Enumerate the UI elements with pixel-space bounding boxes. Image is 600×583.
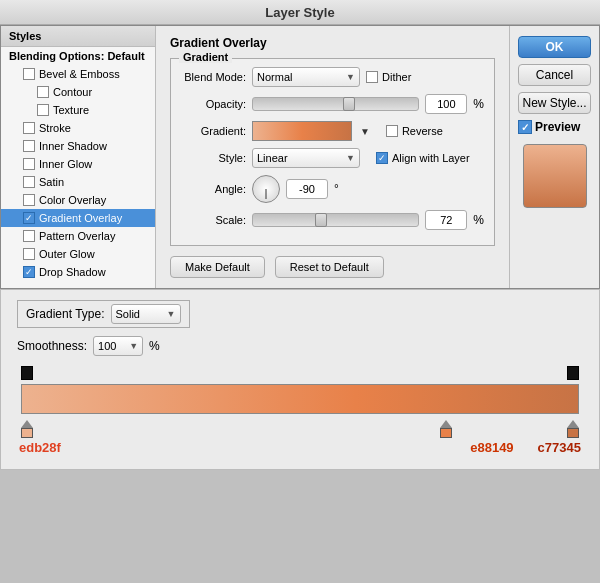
sidebar-item-color-overlay[interactable]: Color Overlay xyxy=(1,191,155,209)
scale-input[interactable]: 72 xyxy=(425,210,467,230)
outer-glow-checkbox[interactable] xyxy=(23,248,35,260)
sidebar-item-gradient-overlay[interactable]: Gradient Overlay xyxy=(1,209,155,227)
sidebar-item-drop-shadow[interactable]: Drop Shadow xyxy=(1,263,155,281)
angle-row: Angle: -90 ° xyxy=(181,175,484,203)
opacity-label: Opacity: xyxy=(181,98,246,110)
sidebar-item-pattern-overlay[interactable]: Pattern Overlay xyxy=(1,227,155,245)
color-stop-1[interactable] xyxy=(21,420,33,438)
satin-checkbox[interactable] xyxy=(23,176,35,188)
sidebar: Styles Blending Options: Default Bevel &… xyxy=(1,26,156,288)
ok-button[interactable]: OK xyxy=(518,36,591,58)
reset-to-default-button[interactable]: Reset to Default xyxy=(275,256,384,278)
align-with-layer-checkbox[interactable] xyxy=(376,152,388,164)
stroke-checkbox[interactable] xyxy=(23,122,35,134)
color-stop-3[interactable] xyxy=(567,420,579,438)
gradient-type-arrow: ▼ xyxy=(167,309,176,319)
angle-dial-line xyxy=(266,189,267,199)
style-select[interactable]: Linear ▼ xyxy=(252,148,360,168)
dither-checkbox[interactable] xyxy=(366,71,378,83)
satin-label: Satin xyxy=(39,176,64,188)
sidebar-item-blending-options[interactable]: Blending Options: Default xyxy=(1,47,155,65)
pattern-overlay-checkbox[interactable] xyxy=(23,230,35,242)
gradient-editor: Gradient Type: Solid ▼ Smoothness: 100 ▼… xyxy=(0,289,600,470)
gradient-overlay-label: Gradient Overlay xyxy=(39,212,122,224)
sidebar-item-outer-glow[interactable]: Outer Glow xyxy=(1,245,155,263)
gradient-group: Gradient Blend Mode: Normal ▼ Dither Opa… xyxy=(170,58,495,246)
opacity-input[interactable]: 100 xyxy=(425,94,467,114)
color-stops-row xyxy=(21,416,579,436)
gradient-bar-container xyxy=(21,366,579,436)
scale-slider[interactable] xyxy=(252,213,419,227)
gradient-swatch-arrow: ▼ xyxy=(360,126,370,137)
color-overlay-checkbox[interactable] xyxy=(23,194,35,206)
color-label-1: edb28f xyxy=(19,440,61,455)
gradient-overlay-checkbox[interactable] xyxy=(23,212,35,224)
reverse-checkbox[interactable] xyxy=(386,125,398,137)
opacity-thumb[interactable] xyxy=(343,97,355,111)
color-overlay-label: Color Overlay xyxy=(39,194,106,206)
preview-box xyxy=(523,144,587,208)
scale-unit: % xyxy=(473,213,484,227)
color-labels-right: e88149 c77345 xyxy=(470,440,581,455)
opacity-stop-right[interactable] xyxy=(567,366,579,380)
sidebar-item-texture[interactable]: Texture xyxy=(1,101,155,119)
opacity-unit: % xyxy=(473,97,484,111)
blend-mode-select[interactable]: Normal ▼ xyxy=(252,67,360,87)
bevel-emboss-checkbox[interactable] xyxy=(23,68,35,80)
cancel-button[interactable]: Cancel xyxy=(518,64,591,86)
gradient-row: Gradient: ▼ Reverse xyxy=(181,121,484,141)
sidebar-item-inner-glow[interactable]: Inner Glow xyxy=(1,155,155,173)
gradient-bar[interactable] xyxy=(21,384,579,414)
color-label-3: c77345 xyxy=(538,440,581,455)
right-panel: OK Cancel New Style... Preview xyxy=(509,26,599,288)
dither-label: Dither xyxy=(382,71,411,83)
opacity-stop-left[interactable] xyxy=(21,366,33,380)
buttons-row: Make Default Reset to Default xyxy=(170,256,495,278)
gradient-type-value: Solid xyxy=(116,308,140,320)
angle-label: Angle: xyxy=(181,183,246,195)
preview-toggle[interactable]: Preview xyxy=(518,120,591,134)
preview-checkbox-box[interactable] xyxy=(518,120,532,134)
inner-shadow-checkbox[interactable] xyxy=(23,140,35,152)
color-label-2: e88149 xyxy=(470,440,513,455)
align-with-layer-label: Align with Layer xyxy=(392,152,470,164)
group-title: Gradient xyxy=(179,51,232,63)
opacity-slider[interactable] xyxy=(252,97,419,111)
reverse-label: Reverse xyxy=(402,125,443,137)
bevel-emboss-label: Bevel & Emboss xyxy=(39,68,120,80)
drop-shadow-label: Drop Shadow xyxy=(39,266,106,278)
gradient-type-select[interactable]: Solid ▼ xyxy=(111,304,181,324)
inner-glow-checkbox[interactable] xyxy=(23,158,35,170)
angle-dial[interactable] xyxy=(252,175,280,203)
color-stop-2[interactable] xyxy=(440,420,452,438)
new-style-button[interactable]: New Style... xyxy=(518,92,591,114)
texture-checkbox[interactable] xyxy=(37,104,49,116)
blending-options-label: Blending Options: Default xyxy=(9,50,145,62)
smoothness-unit: % xyxy=(149,339,160,353)
sidebar-item-satin[interactable]: Satin xyxy=(1,173,155,191)
drop-shadow-checkbox[interactable] xyxy=(23,266,35,278)
sidebar-item-inner-shadow[interactable]: Inner Shadow xyxy=(1,137,155,155)
gradient-label: Gradient: xyxy=(181,125,246,137)
sidebar-item-bevel-emboss[interactable]: Bevel & Emboss xyxy=(1,65,155,83)
style-arrow: ▼ xyxy=(346,153,355,163)
style-row: Style: Linear ▼ Align with Layer xyxy=(181,148,484,168)
section-title: Gradient Overlay xyxy=(170,36,495,50)
reverse-row: Reverse xyxy=(386,125,443,137)
gradient-swatch[interactable] xyxy=(252,121,352,141)
sidebar-item-stroke[interactable]: Stroke xyxy=(1,119,155,137)
dither-row: Dither xyxy=(366,71,411,83)
scale-label: Scale: xyxy=(181,214,246,226)
scale-row: Scale: 72 % xyxy=(181,210,484,230)
make-default-button[interactable]: Make Default xyxy=(170,256,265,278)
layer-style-dialog: Styles Blending Options: Default Bevel &… xyxy=(0,25,600,289)
scale-thumb[interactable] xyxy=(315,213,327,227)
smoothness-select[interactable]: 100 ▼ xyxy=(93,336,143,356)
opacity-row: Opacity: 100 % xyxy=(181,94,484,114)
sidebar-item-contour[interactable]: Contour xyxy=(1,83,155,101)
contour-checkbox[interactable] xyxy=(37,86,49,98)
texture-label: Texture xyxy=(53,104,89,116)
sidebar-title: Styles xyxy=(1,26,155,47)
smoothness-arrow: ▼ xyxy=(129,341,138,351)
angle-input[interactable]: -90 xyxy=(286,179,328,199)
